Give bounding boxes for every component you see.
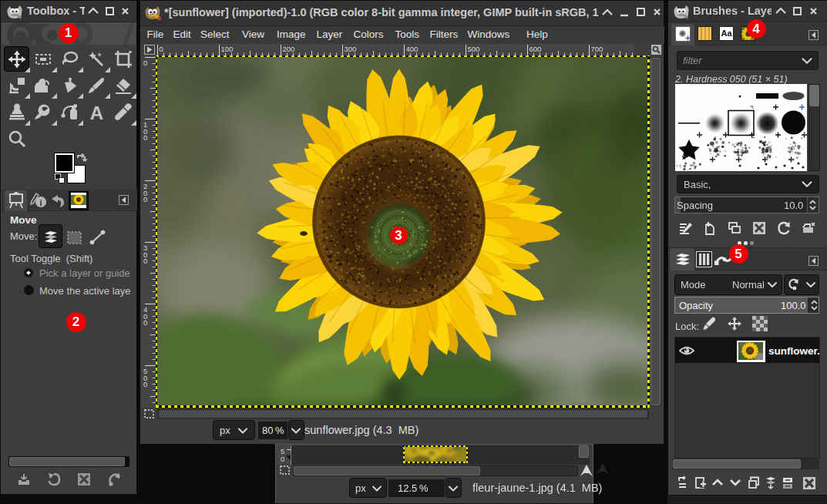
svg-text:i: i bbox=[39, 198, 42, 207]
